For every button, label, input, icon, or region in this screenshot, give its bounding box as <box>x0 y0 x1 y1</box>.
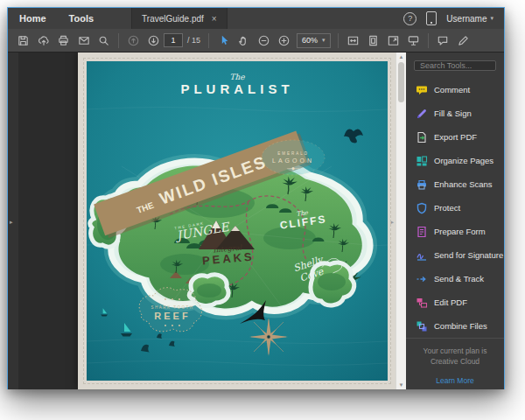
compass-rose <box>249 318 288 356</box>
page-number-input[interactable] <box>164 33 183 47</box>
send-for-signature-icon <box>416 249 428 262</box>
scrollbar-thumb[interactable] <box>398 62 404 102</box>
main-toolbar: / 15 60% ▾ <box>8 29 504 52</box>
left-panel-strip[interactable]: ▸ <box>8 52 18 389</box>
tool-label: Comment <box>434 85 470 94</box>
save-icon <box>17 34 30 47</box>
close-icon[interactable]: × <box>212 14 217 24</box>
print-button[interactable] <box>53 31 74 50</box>
toolbar-divider <box>118 33 119 48</box>
mobile-device-icon[interactable] <box>426 11 437 25</box>
search-icon <box>97 34 110 47</box>
zoom-level-select[interactable]: 60% ▾ <box>297 33 331 48</box>
pdf-page[interactable]: The PLURALIST <box>78 52 396 389</box>
hand-icon <box>237 34 250 47</box>
fullscreen-button[interactable] <box>383 31 403 50</box>
tool-label: Organize Pages <box>434 156 494 165</box>
tool-label: Combine Files <box>434 321 487 331</box>
document-tab-label: TravelGuide.pdf <box>142 14 204 24</box>
protect-shield-icon <box>416 202 428 214</box>
learn-more-link[interactable]: Learn More <box>411 376 499 385</box>
scroll-down-icon[interactable]: ▼ <box>396 381 406 389</box>
page-up-icon <box>127 34 140 47</box>
previous-page-button[interactable] <box>123 31 144 50</box>
cloud-upload-icon <box>37 34 51 47</box>
sidebar-item-protect[interactable]: Protect <box>406 196 504 220</box>
svg-text:REEF: REEF <box>154 311 190 321</box>
sidebar-item-organize-pages[interactable]: Organize Pages <box>406 149 504 172</box>
tool-label: Protect <box>434 203 460 213</box>
left-panel-expand-icon[interactable]: ▸ <box>10 218 13 224</box>
document-tab[interactable]: TravelGuide.pdf × <box>131 8 228 29</box>
envelope-icon <box>77 34 91 47</box>
find-button[interactable] <box>94 31 114 50</box>
tab-tools[interactable]: Tools <box>58 8 106 29</box>
svg-text:—◆—: —◆— <box>287 165 299 171</box>
username-label: Username <box>446 14 486 24</box>
fill-sign-tool-button[interactable] <box>453 31 473 50</box>
zoom-out-icon <box>257 34 270 47</box>
comment-tool-button[interactable] <box>433 31 453 50</box>
fill-sign-icon <box>416 108 428 120</box>
next-page-button[interactable] <box>144 31 164 50</box>
presentation-icon <box>407 34 420 47</box>
svg-text:LAGOON: LAGOON <box>272 158 314 164</box>
enhance-scans-icon <box>416 178 428 191</box>
sidebar-item-combine-files[interactable]: Combine Files <box>406 314 504 338</box>
tool-label: Export PDF <box>434 132 477 142</box>
sidebar-item-send-for-signature[interactable]: Send for Signature <box>406 243 504 267</box>
plan-text: Your current plan is Creative Cloud <box>411 346 499 368</box>
comment-bubble-icon <box>436 34 450 47</box>
document-area[interactable]: The PLURALIST <box>18 52 396 389</box>
tools-list: Comment Fill & Sign Export PDF Organize … <box>406 75 504 338</box>
zoom-in-icon <box>277 34 290 47</box>
edit-pdf-icon <box>416 297 428 309</box>
page-down-icon <box>147 34 160 47</box>
print-icon <box>57 34 70 47</box>
chevron-down-icon: ▾ <box>490 15 494 22</box>
chevron-down-icon: ▾ <box>322 37 326 44</box>
save-button[interactable] <box>13 31 33 50</box>
send-track-icon <box>416 273 428 285</box>
organize-pages-icon <box>416 155 428 167</box>
combine-files-icon <box>416 320 428 332</box>
tool-label: Prepare Form <box>434 227 486 236</box>
help-icon[interactable]: ? <box>403 12 416 25</box>
zoom-in-button[interactable] <box>274 31 294 50</box>
tool-label: Fill & Sign <box>434 108 472 118</box>
zoom-level-value: 60% <box>302 36 318 45</box>
share-button[interactable] <box>33 31 53 50</box>
select-tool-button[interactable] <box>214 31 234 50</box>
toolbar-divider <box>208 33 209 48</box>
sidebar-item-enhance-scans[interactable]: Enhance Scans <box>406 172 504 196</box>
username-menu[interactable]: Username ▾ <box>446 14 494 24</box>
fullscreen-icon <box>387 34 400 47</box>
sidebar-item-edit-pdf[interactable]: Edit PDF <box>406 290 504 314</box>
zoom-out-button[interactable] <box>254 31 274 50</box>
tool-label: Enhance Scans <box>434 179 493 189</box>
sidebar-item-comment[interactable]: Comment <box>406 78 504 102</box>
email-button[interactable] <box>74 31 94 50</box>
sidebar-item-fill-sign[interactable]: Fill & Sign <box>406 102 504 125</box>
vertical-scrollbar[interactable]: ▲ ▼ <box>396 52 406 389</box>
tool-label: Edit PDF <box>434 298 467 307</box>
hand-tool-button[interactable] <box>234 31 254 50</box>
search-tools-input[interactable] <box>414 60 496 71</box>
page-count-label: / 15 <box>187 36 200 45</box>
sidebar-collapse-handle[interactable]: ▸ <box>391 218 395 224</box>
fit-width-button[interactable] <box>343 31 363 50</box>
tab-home[interactable]: Home <box>8 8 58 29</box>
pencil-icon <box>457 34 470 47</box>
plan-banner: Your current plan is Creative Cloud Lear… <box>406 338 504 394</box>
sidebar-item-export-pdf[interactable]: Export PDF <box>406 125 504 149</box>
fit-page-button[interactable] <box>363 31 383 50</box>
scroll-up-icon[interactable]: ▲ <box>396 52 406 61</box>
comment-icon <box>416 84 428 96</box>
island-map-poster: The PLURALIST <box>87 61 388 381</box>
presentation-button[interactable] <box>403 31 424 50</box>
prepare-form-icon <box>416 226 428 238</box>
sidebar-item-prepare-form[interactable]: Prepare Form <box>406 220 504 243</box>
tools-sidebar: Comment Fill & Sign Export PDF Organize … <box>406 52 504 389</box>
sidebar-item-send-track[interactable]: Send & Track <box>406 267 504 290</box>
svg-text:PLURALIST: PLURALIST <box>180 81 293 96</box>
